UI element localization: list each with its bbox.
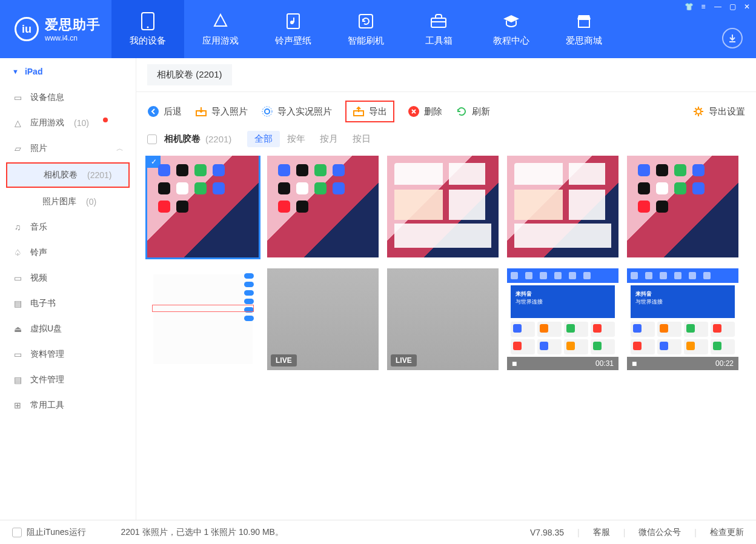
sidebar-item-camera-roll[interactable]: 相机胶卷 (2201) — [6, 162, 130, 188]
check-update-link[interactable]: 检查更新 — [710, 527, 744, 538]
chevron-up-icon: ︿ — [116, 144, 124, 154]
svg-point-11 — [696, 109, 701, 114]
menu-icon[interactable]: ≡ — [699, 2, 708, 11]
svg-point-1 — [147, 26, 149, 28]
nav-flash[interactable]: 智能刷机 — [330, 0, 402, 58]
filter-all[interactable]: 全部 — [247, 131, 280, 147]
selection-summary: 2201 张照片，已选中 1 张照片 10.90 MB。 — [121, 527, 284, 538]
title-bar: 👕 ≡ — ▢ ✕ iu 爱思助手 www.i4.cn 我的设备 应用游戏 铃声… — [0, 0, 756, 58]
back-button[interactable]: 后退 — [147, 105, 182, 118]
nav-my-device[interactable]: 我的设备 — [111, 0, 184, 58]
minimize-button[interactable]: — — [714, 2, 722, 11]
sidebar-item-tools[interactable]: ⊞ 常用工具 — [0, 393, 136, 418]
sidebar-item-videos[interactable]: ▭ 视频 — [0, 265, 136, 291]
filter-bar: 相机胶卷 (2201) 全部 按年 按月 按日 — [136, 128, 756, 156]
album-title: 相机胶卷 — [164, 133, 201, 145]
svg-rect-4 — [359, 15, 373, 28]
photo-thumb[interactable]: LIVE — [267, 268, 379, 370]
import-live-button[interactable]: 导入实况照片 — [261, 105, 332, 118]
close-button[interactable]: ✕ — [743, 2, 751, 11]
album-count: (2201) — [205, 134, 231, 144]
nav-ringtones[interactable]: 铃声壁纸 — [257, 0, 330, 58]
appstore-icon — [211, 12, 230, 30]
sidebar-item-photo-library[interactable]: 照片图库 (0) — [0, 189, 136, 214]
main-nav: 我的设备 应用游戏 铃声壁纸 智能刷机 工具箱 教程中心 爱思商城 — [111, 0, 620, 58]
image-icon: ▱ — [12, 144, 23, 153]
sidebar-item-data-mgmt[interactable]: ▭ 资料管理 — [0, 342, 136, 367]
photo-thumb[interactable] — [267, 156, 379, 257]
filter-day[interactable]: 按日 — [345, 131, 378, 147]
refresh-small-icon — [456, 105, 468, 118]
sidebar-item-ringtones[interactable]: ♤ 铃声 — [0, 240, 136, 265]
select-all-checkbox[interactable] — [147, 134, 157, 144]
photo-thumb[interactable]: LIVE — [387, 268, 499, 370]
export-icon — [353, 105, 365, 118]
sidebar-item-device-info[interactable]: ▭ 设备信息 — [0, 85, 136, 110]
refresh-icon — [357, 12, 375, 30]
gear-icon — [692, 105, 705, 118]
window-controls: 👕 ≡ — ▢ ✕ — [685, 2, 751, 11]
sidebar-item-photos[interactable]: ▱ 照片 ︿ — [0, 136, 136, 161]
bell-icon: ♤ — [12, 248, 23, 257]
nav-toolbox[interactable]: 工具箱 — [402, 0, 475, 58]
graduation-icon — [502, 12, 520, 30]
apps-small-icon: △ — [12, 118, 23, 128]
live-badge: LIVE — [271, 354, 297, 367]
photo-grid: ✓ LIVE LIVE 来抖音与世 — [136, 156, 756, 520]
sidebar-item-music[interactable]: ♫ 音乐 — [0, 214, 136, 240]
live-badge: LIVE — [391, 354, 417, 367]
app-url: www.i4.cn — [45, 34, 101, 42]
photo-thumb[interactable] — [627, 156, 738, 257]
export-button[interactable]: 导出 — [345, 101, 394, 122]
nav-tutorials[interactable]: 教程中心 — [475, 0, 548, 58]
photo-thumb[interactable]: 来抖音与世界连接 ■00:31 — [507, 268, 618, 370]
toolbar: 后退 导入照片 导入实况照片 导出 删除 刷新 — [136, 92, 756, 128]
app-logo: iu 爱思助手 www.i4.cn — [0, 0, 111, 58]
folder-icon: ▭ — [12, 350, 23, 359]
svg-rect-6 — [579, 19, 589, 27]
support-link[interactable]: 客服 — [593, 527, 610, 538]
nav-apps[interactable]: 应用游戏 — [184, 0, 257, 58]
music-file-icon — [284, 12, 302, 30]
breadcrumb-tab[interactable]: 相机胶卷 (2201) — [147, 64, 232, 85]
shirt-icon[interactable]: 👕 — [685, 2, 693, 11]
photo-thumb[interactable]: 来抖音与世界连接 ■00:22 — [627, 268, 738, 370]
photo-thumb[interactable]: ✓ — [147, 156, 259, 257]
breadcrumb: 相机胶卷 (2201) — [136, 58, 756, 92]
photo-thumb[interactable] — [507, 156, 618, 257]
music-icon: ♫ — [12, 222, 23, 232]
download-button[interactable] — [722, 28, 743, 48]
block-itunes-checkbox[interactable]: 阻止iTunes运行 — [12, 527, 86, 538]
badge-dot — [103, 118, 108, 122]
camera-icon: ■ — [512, 359, 517, 368]
svg-point-7 — [148, 106, 159, 117]
wechat-link[interactable]: 微信公众号 — [638, 527, 681, 538]
nav-store[interactable]: 爱思商城 — [548, 0, 620, 58]
sidebar: ▼ iPad ▭ 设备信息 △ 应用游戏 (10) ▱ 照片 ︿ 相机胶卷 (2… — [0, 58, 136, 520]
sidebar-item-file-mgmt[interactable]: ▤ 文件管理 — [0, 367, 136, 393]
device-header[interactable]: ▼ iPad — [0, 58, 136, 85]
export-settings-button[interactable]: 导出设置 — [692, 105, 745, 118]
delete-button[interactable]: 删除 — [408, 105, 442, 118]
sidebar-item-apps[interactable]: △ 应用游戏 (10) — [0, 110, 136, 136]
photo-thumb[interactable] — [147, 268, 259, 370]
live-icon — [261, 105, 273, 118]
refresh-button[interactable]: 刷新 — [456, 105, 490, 118]
filter-month[interactable]: 按月 — [313, 131, 345, 147]
toolbox-icon — [429, 12, 448, 30]
sidebar-item-ebooks[interactable]: ▤ 电子书 — [0, 291, 136, 316]
filter-year[interactable]: 按年 — [280, 131, 313, 147]
svg-point-8 — [265, 109, 270, 114]
svg-point-9 — [262, 107, 272, 116]
phone-small-icon: ▭ — [12, 93, 23, 102]
photo-thumb[interactable] — [387, 156, 499, 257]
import-icon — [195, 105, 207, 118]
video-duration: 00:22 — [715, 359, 734, 368]
maximize-button[interactable]: ▢ — [728, 2, 737, 11]
sidebar-item-udisk[interactable]: ⏏ 虚拟U盘 — [0, 316, 136, 342]
logo-icon: iu — [15, 17, 39, 41]
chevron-down-icon: ▼ — [12, 68, 19, 75]
app-name: 爱思助手 — [45, 16, 101, 34]
document-icon: ▤ — [12, 375, 23, 385]
import-photo-button[interactable]: 导入照片 — [195, 105, 248, 118]
